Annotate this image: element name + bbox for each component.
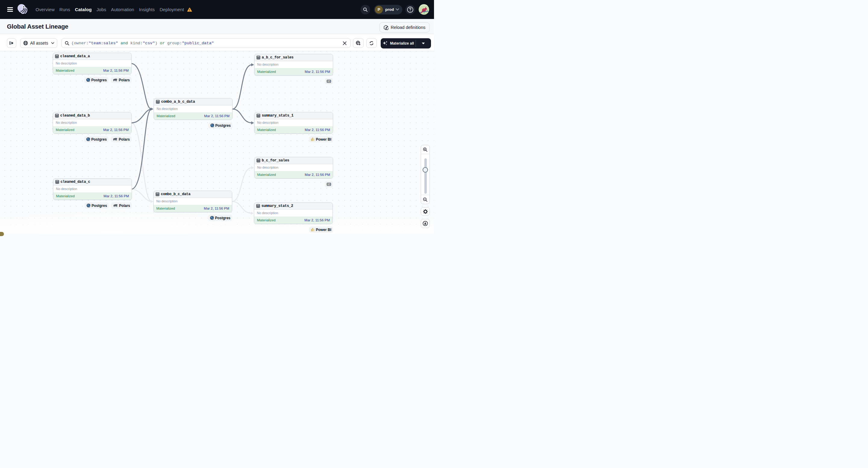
- svg-text:CSV: CSV: [328, 183, 331, 185]
- svg-text:CSV: CSV: [328, 81, 331, 82]
